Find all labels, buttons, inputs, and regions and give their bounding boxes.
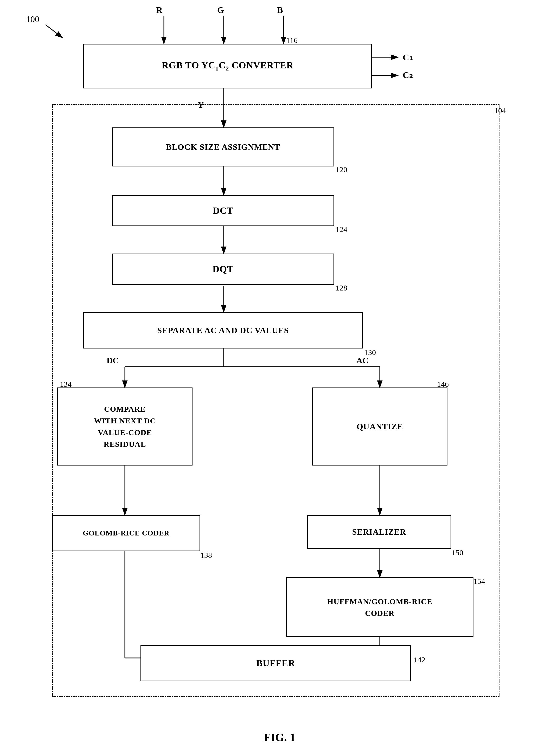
compare-box: COMPAREWITH NEXT DCVALUE-CODERESIDUAL xyxy=(57,388,193,466)
buffer-box: BUFFER xyxy=(141,645,411,681)
rgb-converter-box: RGB TO YC1C2 CONVERTER xyxy=(83,44,372,88)
diagram: 100 R G B 116 RGB TO YC1C2 CONVERTER C₁ … xyxy=(0,0,558,756)
ref-130: 130 xyxy=(364,348,376,357)
block-size-box: BLOCK SIZE ASSIGNMENT xyxy=(112,127,334,166)
serializer-label: SERIALIZER xyxy=(352,527,406,537)
ref-134: 134 xyxy=(60,380,72,389)
separate-box: SEPARATE AC AND DC VALUES xyxy=(83,312,363,348)
serializer-box: SERIALIZER xyxy=(307,515,451,549)
dct-label: DCT xyxy=(213,205,233,216)
ref-116: 116 xyxy=(286,36,298,45)
rgb-converter-label: RGB TO YC1C2 CONVERTER xyxy=(162,60,294,72)
buffer-label: BUFFER xyxy=(256,658,295,669)
label-c1: C₁ xyxy=(403,52,413,62)
dct-box: DCT xyxy=(112,195,334,226)
svg-line-2 xyxy=(46,25,62,38)
separate-label: SEPARATE AC AND DC VALUES xyxy=(157,325,289,335)
ref-146: 146 xyxy=(437,380,449,389)
quantize-box: QUANTIZE xyxy=(312,388,448,466)
ref-120: 120 xyxy=(336,165,347,174)
huffman-label: HUFFMAN/GOLOMB-RICECODER xyxy=(327,596,432,619)
ref-124: 124 xyxy=(336,225,347,234)
block-size-label: BLOCK SIZE ASSIGNMENT xyxy=(166,142,280,152)
ref-104: 104 xyxy=(494,106,506,115)
ref-150: 150 xyxy=(452,548,463,557)
ref-154: 154 xyxy=(474,577,485,586)
ref-128: 128 xyxy=(336,284,347,292)
quantize-label: QUANTIZE xyxy=(357,422,403,432)
ref-138: 138 xyxy=(200,551,212,559)
dqt-label: DQT xyxy=(212,264,234,275)
label-g: G xyxy=(217,5,224,15)
label-c2: C₂ xyxy=(403,70,413,80)
label-dc: DC xyxy=(107,356,119,365)
label-b: B xyxy=(277,5,283,15)
ref-142: 142 xyxy=(414,655,425,664)
label-r: R xyxy=(156,5,162,15)
figure-title: FIG. 1 xyxy=(208,731,351,744)
golomb-dc-box: GOLOMB-RICE CODER xyxy=(52,515,200,551)
dqt-box: DQT xyxy=(112,254,334,285)
figure-ref-100: 100 xyxy=(26,14,39,24)
golomb-dc-label: GOLOMB-RICE CODER xyxy=(83,529,170,537)
huffman-box: HUFFMAN/GOLOMB-RICECODER xyxy=(286,577,474,637)
compare-label: COMPAREWITH NEXT DCVALUE-CODERESIDUAL xyxy=(94,403,156,450)
label-ac: AC xyxy=(356,356,369,365)
